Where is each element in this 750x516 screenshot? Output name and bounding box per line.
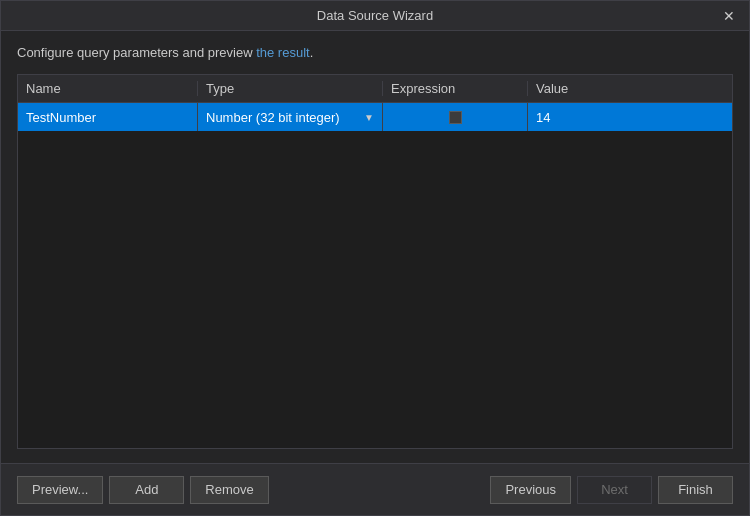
dialog-title: Data Source Wizard <box>31 8 719 23</box>
row-value: 14 <box>536 110 550 125</box>
description-before: Configure query parameters and preview <box>17 45 256 60</box>
footer-right-buttons: Previous Next Finish <box>490 476 733 504</box>
cell-expression[interactable] <box>383 103 528 131</box>
previous-button[interactable]: Previous <box>490 476 571 504</box>
close-button[interactable]: ✕ <box>719 6 739 26</box>
add-button[interactable]: Add <box>109 476 184 504</box>
table-body: TestNumber Number (32 bit integer) ▼ 14 <box>18 103 732 448</box>
finish-button[interactable]: Finish <box>658 476 733 504</box>
table-header: Name Type Expression Value <box>18 75 732 103</box>
description-text: Configure query parameters and preview t… <box>17 45 733 60</box>
row-name-value: TestNumber <box>26 110 96 125</box>
column-header-name: Name <box>18 81 198 96</box>
cell-type[interactable]: Number (32 bit integer) ▼ <box>198 103 383 131</box>
expression-checkbox[interactable] <box>449 111 462 124</box>
remove-button[interactable]: Remove <box>190 476 268 504</box>
cell-value: 14 <box>528 103 732 131</box>
type-dropdown-arrow[interactable]: ▼ <box>364 112 374 123</box>
cell-name: TestNumber <box>18 103 198 131</box>
title-bar: Data Source Wizard ✕ <box>1 1 749 31</box>
description-highlight: the result <box>256 45 309 60</box>
row-type-value: Number (32 bit integer) <box>206 110 340 125</box>
column-header-expression: Expression <box>383 81 528 96</box>
table-row[interactable]: TestNumber Number (32 bit integer) ▼ 14 <box>18 103 732 131</box>
description-after: . <box>310 45 314 60</box>
next-button: Next <box>577 476 652 504</box>
data-source-wizard-dialog: Data Source Wizard ✕ Configure query par… <box>0 0 750 516</box>
column-header-value: Value <box>528 81 732 96</box>
column-header-type: Type <box>198 81 383 96</box>
parameters-table: Name Type Expression Value TestNumber Nu… <box>17 74 733 449</box>
footer-left-buttons: Preview... Add Remove <box>17 476 269 504</box>
content-area: Configure query parameters and preview t… <box>1 31 749 463</box>
preview-button[interactable]: Preview... <box>17 476 103 504</box>
footer: Preview... Add Remove Previous Next Fini… <box>1 463 749 515</box>
